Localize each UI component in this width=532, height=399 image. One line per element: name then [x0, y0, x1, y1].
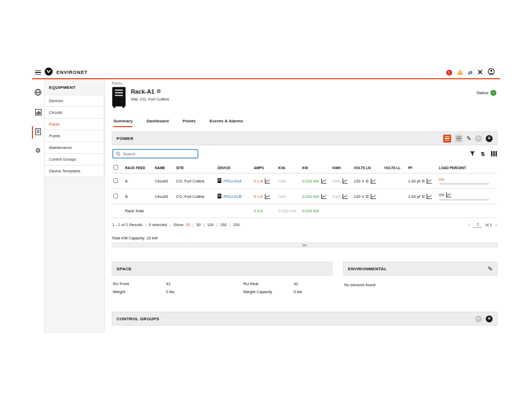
prev-page-icon[interactable]: ‹: [469, 222, 470, 228]
rack-header: Rack-A1 ⚙ Site: CO, Fort Colllins Status…: [112, 87, 497, 110]
volts-ll-value: [383, 189, 406, 204]
settings-gear-icon: ⚙: [35, 147, 41, 154]
svg-text:!: !: [459, 71, 460, 74]
load-percent-bar: [439, 183, 489, 185]
table-row: B Circuit1 CO, Fort Collins rPDU-A1B 0.1…: [112, 189, 497, 204]
row-checkbox[interactable]: [113, 178, 118, 183]
rack-site-subtitle: Site: CO, Fort Colllins: [131, 97, 169, 102]
calculated-flag: C: [366, 194, 369, 199]
cell-name: Circuit1: [153, 173, 174, 189]
kva-value: NaN: [278, 179, 286, 184]
status-label: Status: [476, 90, 488, 95]
sidebar-item-devices[interactable]: Devices: [45, 95, 104, 107]
trend-chart-icon[interactable]: [446, 192, 452, 198]
trend-chart-icon[interactable]: [321, 178, 327, 184]
trend-chart-icon[interactable]: [264, 178, 270, 184]
next-page-icon[interactable]: ›: [495, 222, 497, 228]
card-view-button[interactable]: [455, 135, 463, 143]
column-chooser-icon[interactable]: [491, 151, 497, 156]
tab-points[interactable]: Points: [182, 119, 195, 127]
sidebar-item-maintenance[interactable]: Maintenance: [45, 142, 104, 154]
cell-name: Circuit1: [153, 189, 174, 204]
rail-item-equipment[interactable]: [32, 126, 44, 139]
field-value: 42: [166, 281, 243, 286]
row-checkbox[interactable]: [113, 194, 118, 198]
total-kw: 0.020 kW: [302, 209, 319, 213]
load-percent-value: 0%: [439, 193, 444, 197]
environmental-section: ENVIRONMENTAL ✎ No sensors found: [343, 262, 497, 300]
trend-chart-icon[interactable]: [426, 194, 432, 200]
critical-alarm-icon[interactable]: !: [446, 70, 452, 76]
tools-icon[interactable]: [477, 68, 483, 77]
total-amps: 0.3 A: [254, 209, 263, 213]
pagination-bar: 1 - 2 of 2 Results 0 selected Show 25 50…: [112, 218, 497, 231]
rail-item-overview[interactable]: [32, 87, 44, 99]
load-percent-value: 0%: [439, 178, 444, 181]
sidebar-item-racks[interactable]: Racks: [45, 118, 104, 130]
add-control-group-button[interactable]: +: [486, 315, 493, 322]
kva-value: NaN: [278, 194, 286, 199]
breadcrumb[interactable]: Racks: [112, 81, 497, 85]
page-size-50[interactable]: 50: [190, 222, 201, 227]
data-exchange-icon[interactable]: ⇄: [468, 70, 472, 76]
table-header-row: RACK FEED NAME SITE DEVICE AMPS KVA KW K…: [112, 162, 497, 173]
page-size-25[interactable]: 25: [186, 222, 190, 227]
sidebar-item-control-groups[interactable]: Control Groups: [45, 153, 104, 165]
space-section: SPACE RU Front 42 RU Rear 42 Weight 0 lb…: [112, 262, 332, 300]
load-percent-bar: [439, 199, 489, 201]
col-kw: KW: [301, 162, 331, 173]
menu-icon[interactable]: [35, 70, 41, 75]
trend-chart-icon[interactable]: [370, 194, 376, 200]
kw-capacity-percent: 0%: [302, 244, 307, 247]
cell-rack-feed: B: [123, 189, 153, 204]
tab-summary[interactable]: Summary: [113, 119, 132, 127]
tab-events-alarms[interactable]: Events & Alarms: [210, 119, 243, 127]
tab-dashboard[interactable]: Dashboard: [146, 119, 169, 127]
list-view-button[interactable]: [443, 135, 451, 143]
rail-item-reports[interactable]: [32, 106, 44, 119]
sidebar-item-points[interactable]: Points: [45, 130, 104, 142]
search-input[interactable]: [123, 152, 195, 156]
trend-chart-icon[interactable]: [342, 178, 348, 184]
col-rack-feed: RACK FEED: [123, 162, 153, 173]
remove-control-group-button[interactable]: −: [475, 315, 482, 322]
current-page-input[interactable]: 1: [473, 222, 482, 228]
select-all-checkbox[interactable]: [113, 165, 118, 170]
rail-item-settings[interactable]: ⚙: [32, 146, 44, 155]
page-size-200[interactable]: 200: [227, 222, 239, 227]
trend-chart-icon[interactable]: [342, 194, 348, 200]
calculated-flag: C: [366, 179, 369, 184]
col-load-percent: LOAD PERCENT: [437, 162, 497, 173]
device-link[interactable]: rPDU-A1A: [223, 179, 242, 184]
device-link[interactable]: rPDU-A1B: [223, 194, 242, 199]
add-feed-button[interactable]: +: [486, 135, 493, 142]
edit-power-button[interactable]: ✎: [467, 136, 471, 142]
trend-chart-icon[interactable]: [264, 194, 270, 200]
load-percent-cell: 0%: [439, 177, 489, 185]
field-label: Weight: [113, 289, 166, 294]
trend-chart-icon[interactable]: [370, 178, 376, 184]
status-ok-icon: ✓: [491, 90, 496, 96]
filter-icon[interactable]: [470, 151, 475, 156]
sort-icon[interactable]: ⇅: [481, 151, 485, 157]
volts-ll-value: [383, 173, 406, 189]
results-count: 1 - 2 of 2 Results: [112, 222, 143, 227]
warning-alarm-icon[interactable]: !: [457, 68, 463, 77]
environmental-empty-text: No sensors found: [343, 276, 497, 294]
pf-value: 1.00 pf: [408, 194, 420, 199]
table-row: A Circuit1 CO, Fort Collins rPDU-A1A 0.1…: [112, 173, 497, 189]
sidebar-item-device-templates[interactable]: Device Templates: [45, 165, 104, 177]
trend-chart-icon[interactable]: [321, 194, 327, 200]
trend-chart-icon[interactable]: [426, 178, 432, 184]
rack-settings-gear-icon[interactable]: ⚙: [156, 89, 161, 94]
page-size-150[interactable]: 150: [214, 222, 227, 227]
selected-count: 0 selected: [143, 222, 167, 227]
user-account-icon[interactable]: [488, 68, 495, 77]
calculated-flag: C: [422, 179, 425, 184]
field-label: Weight Capacity: [243, 289, 294, 294]
edit-environmental-button[interactable]: ✎: [488, 266, 493, 272]
sidebar-item-circuits[interactable]: Circuits: [45, 106, 104, 119]
remove-feed-button[interactable]: −: [475, 135, 482, 142]
page-size-100[interactable]: 100: [201, 222, 213, 227]
search-icon: [116, 149, 121, 159]
